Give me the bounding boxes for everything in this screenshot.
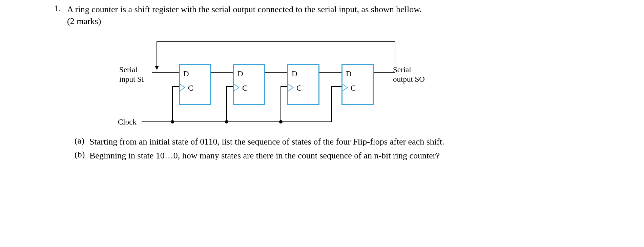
wire-clock-v2 [281,86,281,121]
wire-clock-v3 [331,86,332,122]
wire-si [152,72,179,73]
node-clock-1 [225,120,228,124]
ff3-clock-triangle-inner [342,84,347,91]
ff0-c-label: C [188,84,193,93]
ff2-d-label: D [292,70,297,78]
wire-q3-out [374,72,395,73]
wire-feedback-top [157,41,395,42]
wire-q0-d1 [211,72,233,73]
wire-clock-h1 [226,86,233,87]
ff1-d-label: D [237,70,243,78]
guide-line [112,55,451,55]
serial-input-label-line1: Serial [119,65,138,74]
ff1-c-label: C [242,84,247,93]
node-clock-0 [171,120,174,124]
flip-flop-0: D C [179,64,211,105]
subpart-a: (a) Starting from an initial state of 01… [75,136,603,148]
question-row: 1. A ring counter is a shift register wi… [41,3,603,27]
serial-input-label-line2: input SI [119,75,144,83]
ff0-clock-triangle-inner [180,84,184,91]
ring-counter-diagram: Serial input SI Serial output SO D C D C… [112,38,451,126]
question-line-1: A ring counter is a shift register with … [67,4,422,14]
serial-input-label: Serial input SI [119,65,144,84]
wire-q2-d3 [319,72,341,73]
wire-q1-d2 [265,72,287,73]
wire-clock-h0 [172,86,179,87]
page: 1. A ring counter is a shift register wi… [0,0,644,247]
question-number: 1. [41,3,67,27]
ff2-c-label: C [296,84,302,93]
wire-clock-v1 [226,86,227,121]
ff3-d-label: D [346,70,352,78]
ff3-c-label: C [351,84,356,93]
ff1-clock-triangle-inner [234,84,238,91]
serial-output-label-line1: Serial [393,65,411,74]
wire-clock-h [142,121,331,122]
arrowhead-feedback [155,66,159,70]
subpart-b-text: Beginning in state 10…0, how many states… [89,150,603,162]
subpart-a-label: (a) [75,136,89,148]
wire-clock-h2 [281,86,287,87]
node-clock-2 [279,120,283,124]
wire-clock-v0 [172,86,173,121]
subpart-a-text: Starting from an initial state of 0110, … [89,136,603,148]
flip-flop-2: D C [287,64,319,105]
serial-output-label-line2: output SO [393,75,425,83]
serial-output-label: Serial output SO [393,65,425,84]
clock-label: Clock [118,117,137,127]
ff0-d-label: D [183,70,189,78]
subparts: (a) Starting from an initial state of 01… [41,136,603,162]
question-text: A ring counter is a shift register with … [67,3,603,27]
subpart-b: (b) Beginning in state 10…0, how many st… [75,150,603,162]
question-line-2: (2 marks) [67,16,101,26]
wire-clock-h3 [331,86,341,87]
subpart-b-label: (b) [75,150,89,162]
flip-flop-1: D C [233,64,265,105]
flip-flop-3: D C [341,64,374,105]
ff2-clock-triangle-inner [288,84,293,91]
